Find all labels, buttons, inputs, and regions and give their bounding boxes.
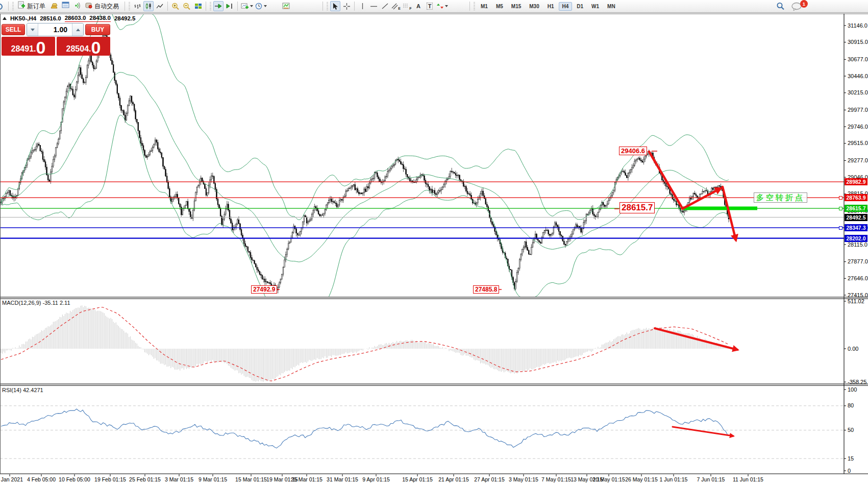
time-tick: 3 May 01:15 (509, 476, 538, 482)
timeframe-d1-button[interactable]: D1 (573, 2, 587, 11)
one-click-trade-panel: SELL 1.00 BUY 28491. 0 28504. 0 (2, 23, 110, 56)
crosshair-icon (343, 3, 351, 10)
price-chart-svg[interactable]: 31146.030915.030677.030446.030215.029977… (0, 0, 868, 484)
candlestick-chart-button[interactable] (143, 1, 154, 11)
data-window-button[interactable] (61, 1, 71, 11)
time-tick: 1 Jun 01:15 (660, 476, 688, 482)
signal-button[interactable] (72, 1, 82, 11)
rsi-name: RSI(14) (2, 387, 21, 393)
main-toolbar: 新订单 自动交易 (0, 0, 868, 13)
time-tick: 9 Jan 2021 (0, 476, 23, 482)
new-chart-icon (241, 3, 249, 10)
time-tick: 25 Mar 01:15 (291, 476, 323, 482)
gold-bars-icon (51, 2, 59, 11)
bar-chart-icon (134, 3, 141, 10)
separator (167, 2, 168, 11)
crosshair-tool-button[interactable] (341, 1, 352, 11)
label-tool-icon: T (427, 3, 433, 10)
zoom-out-icon (183, 3, 191, 10)
separator (8, 2, 9, 11)
sell-price-display[interactable]: 28491. 0 (2, 37, 55, 56)
timeframe-w1-button[interactable]: W1 (588, 2, 603, 11)
toolbar-drag-handle (12, 2, 14, 10)
separator (469, 2, 470, 11)
time-tick: 9 Mar 01:15 (199, 476, 227, 482)
timeframe-m1-button[interactable]: M1 (477, 2, 491, 11)
timeframe-m5-button[interactable]: M5 (492, 2, 507, 11)
sell-button[interactable]: SELL (2, 24, 25, 35)
rsi-tick-15: 15 (848, 455, 854, 462)
buy-price-display[interactable]: 28504. 0 (57, 37, 110, 56)
rsi-tick-0: 0 (848, 468, 851, 474)
volume-increase-button[interactable] (72, 23, 83, 36)
time-tick: 7 May 01:15 (541, 476, 571, 482)
price-tick-29515.0: 29515.0 (848, 140, 868, 146)
autotrading-button[interactable]: 自动交易 (83, 1, 122, 11)
timeframe-m30-button[interactable]: M30 (526, 2, 542, 11)
ohlc-low: 28438.0 (89, 15, 111, 21)
separator (125, 2, 125, 11)
bar-chart-button[interactable] (132, 1, 142, 11)
price-tick-27415.0: 27415.0 (848, 292, 868, 298)
symbol-info-bar[interactable]: HK50-,H4 28516.0 28603.0 28438.0 28492.5 (3, 15, 135, 22)
new-chart-button[interactable] (240, 1, 254, 11)
separator (323, 2, 323, 11)
text-tool-button[interactable]: A (413, 1, 424, 11)
horizontal-line-icon (370, 3, 378, 10)
fibonacci-tool-button[interactable]: F (402, 1, 412, 11)
vertical-line-icon (359, 3, 366, 10)
timeframe-m15-button[interactable]: M15 (508, 2, 525, 11)
triangle-down-icon (31, 29, 35, 31)
zoom-in-button[interactable] (170, 1, 181, 11)
shapes-tool-button[interactable] (436, 1, 449, 11)
search-icon (776, 2, 785, 10)
new-order-button[interactable]: 新订单 (16, 1, 48, 11)
macd-tick-0.00: 0.00 (848, 346, 858, 352)
volume-spinner[interactable]: 1.00 (27, 23, 84, 36)
new-order-label: 新订单 (27, 2, 45, 11)
zoom-out-button[interactable] (182, 1, 192, 11)
horizontal-line-tool-button[interactable] (368, 1, 379, 11)
period-button[interactable] (255, 1, 267, 11)
text-tool-icon: A (416, 3, 420, 9)
buy-button[interactable]: BUY (85, 24, 110, 35)
sell-price-main: 28491. (11, 44, 36, 54)
shapes-arrows-icon (436, 3, 444, 10)
autotrading-label: 自动交易 (94, 2, 119, 11)
symbol-period-label: HK50-,H4 (10, 15, 36, 21)
quotes-button[interactable] (49, 1, 60, 11)
cursor-tool-button[interactable] (330, 1, 340, 11)
timeframe-h1-button[interactable]: H1 (544, 2, 558, 11)
timeframe-h4-button[interactable]: H4 (559, 2, 573, 11)
tile-windows-button[interactable] (193, 1, 203, 11)
price-tick-28115.0: 28115.0 (848, 241, 867, 248)
chart-shift-icon (226, 3, 234, 10)
timeframe-mn-button[interactable]: MN (604, 2, 619, 11)
macd-tick--358.25: -358.25 (848, 379, 866, 385)
label-tool-button[interactable]: T (425, 1, 435, 11)
time-tick: 20 May 01:15 (592, 476, 625, 482)
auto-scroll-button[interactable] (213, 1, 224, 11)
ohlc-open: 28516.0 (40, 15, 61, 21)
fibo-glyph: F (409, 7, 411, 10)
chart-shift-button[interactable] (225, 1, 235, 11)
separator (206, 2, 206, 11)
ohlc-underlined-group: 28603.0 28438.0 (65, 15, 111, 22)
line-chart-button[interactable] (155, 1, 165, 11)
channel-tool-button[interactable]: E (391, 1, 401, 11)
ohlc-high: 28603.0 (65, 15, 86, 21)
app-partial-icon (0, 1, 6, 11)
vertical-line-tool-button[interactable] (357, 1, 367, 11)
search-button[interactable] (775, 1, 785, 11)
candlestick-chart-icon (145, 3, 153, 10)
trendline-tool-button[interactable] (380, 1, 390, 11)
macd-tick-511.02: 511.02 (848, 298, 864, 304)
channel-glyph: E (398, 7, 401, 10)
price-tick-29977.0: 29977.0 (848, 107, 868, 113)
templates-button[interactable] (281, 1, 291, 11)
volume-value[interactable]: 1.00 (38, 23, 72, 36)
chart-background (0, 12, 868, 484)
rsi-tick-100: 100 (848, 386, 857, 393)
volume-decrease-button[interactable] (27, 23, 38, 36)
toolbar-drag-handle (129, 2, 130, 10)
